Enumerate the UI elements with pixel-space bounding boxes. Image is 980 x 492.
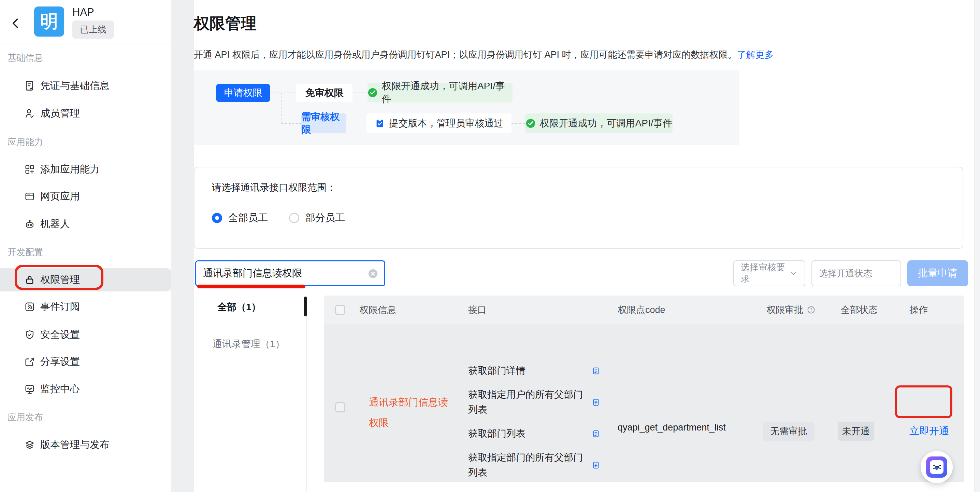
page-scrollbar[interactable] (974, 0, 980, 492)
flow-free-permission: 免审权限 (296, 84, 353, 102)
check-circle-icon (368, 88, 378, 98)
app-name: HAP (72, 6, 94, 18)
batch-apply-button[interactable]: 批量申请 (907, 260, 968, 286)
flow-connector (512, 123, 525, 124)
info-icon[interactable] (807, 305, 816, 314)
sidebar-item-web-app[interactable]: 网页应用 (0, 185, 171, 208)
page-gutter (171, 0, 194, 492)
clear-icon[interactable] (368, 268, 378, 279)
open-status-select[interactable]: 选择开通状态 (811, 260, 901, 286)
column-header: 权限点code (617, 296, 665, 324)
column-header: 全部状态 (841, 296, 878, 324)
assistant-icon: >< (926, 457, 947, 478)
api-name: 获取部门详情 (468, 363, 588, 378)
scope-options: 全部员工 部分员工 (212, 211, 366, 225)
robot-icon (24, 218, 35, 230)
flow-connector (270, 93, 296, 93)
sidebar-item-security[interactable]: 安全设置 (0, 323, 171, 347)
api-item: 获取指定部门的所有父部门列表 (468, 450, 615, 480)
api-name: 获取部门列表 (468, 426, 588, 441)
permission-search-input[interactable] (203, 261, 353, 285)
lock-icon (24, 274, 35, 286)
api-item: 获取部门详情 (468, 363, 615, 378)
review-requirement-select[interactable]: 选择审核要求 (733, 260, 805, 286)
category-contacts[interactable]: 通讯录管理（1） (213, 337, 285, 351)
monitor-icon (24, 383, 35, 395)
select-all-checkbox[interactable] (335, 305, 345, 315)
column-header-label: 权限审批 (767, 304, 803, 316)
app-logo-char: 明 (40, 10, 58, 34)
approval-badge: 无需审批 (763, 422, 815, 441)
description-text: 开通 API 权限后，应用才能以应用身份或用户身份调用钉钉API；以应用身份调用… (194, 50, 737, 60)
rss-icon (24, 301, 35, 313)
credential-icon (24, 80, 35, 91)
app-logo: 明 (34, 6, 64, 37)
chevron-down-icon (789, 269, 798, 278)
learn-more-link[interactable]: 了解更多 (737, 50, 774, 60)
assistant-glyph: >< (930, 460, 943, 474)
open-now-link[interactable]: 立即开通 (909, 424, 949, 438)
row-checkbox[interactable] (335, 402, 345, 412)
category-scrollbar-thumb[interactable] (304, 297, 307, 316)
sidebar-item-label: 成员管理 (40, 107, 80, 120)
layers-icon (24, 439, 35, 450)
api-doc-icon[interactable] (592, 398, 600, 407)
sidebar-item-label: 事件订阅 (40, 300, 80, 314)
check-circle-icon (525, 118, 536, 128)
select-placeholder: 选择开通状态 (819, 268, 872, 280)
flow-free-result: 权限开通成功，可调用API/事件 (368, 83, 512, 102)
back-icon[interactable] (8, 16, 23, 31)
sidebar-item-label: 监控中心 (40, 382, 80, 396)
sidebar-item-share-settings[interactable]: 分享设置 (0, 350, 171, 374)
api-doc-icon[interactable] (592, 461, 600, 470)
sidebar-item-label: 权限管理 (40, 273, 80, 287)
contact-scope-card: 请选择通讯录接口权限范围： 全部员工 部分员工 (194, 167, 963, 249)
sidebar-item-robot[interactable]: 机器人 (0, 212, 171, 236)
sidebar-item-monitor[interactable]: 监控中心 (0, 377, 171, 401)
apply-permission-button[interactable]: 申请权限 (216, 84, 270, 102)
api-doc-icon[interactable] (592, 367, 600, 375)
permission-search-box (195, 260, 385, 286)
sidebar-item-label: 安全设置 (40, 328, 80, 342)
sidebar-item-label: 版本管理与发布 (40, 438, 110, 452)
sidebar-header: 明 HAP 已上线 (0, 0, 171, 43)
sidebar-item-members[interactable]: 成员管理 (0, 102, 171, 125)
sidebar-item-label: 凭证与基础信息 (40, 79, 110, 93)
share-icon (24, 356, 35, 367)
api-list: 获取部门详情 获取指定用户的所有父部门列表 获取部门列表 (468, 363, 615, 492)
sidebar-item-credentials[interactable]: 凭证与基础信息 (0, 74, 171, 97)
assistant-floating-button[interactable]: >< (921, 451, 953, 483)
flow-step-text: 提交版本，管理员审核通过 (389, 117, 504, 130)
page-description: 开通 API 权限后，应用才能以应用身份或用户身份调用钉钉API；以应用身份调用… (194, 48, 774, 61)
assistant-dot (935, 466, 939, 470)
sidebar-item-add-capability[interactable]: 添加应用能力 (0, 158, 171, 181)
category-all[interactable]: 全部（1） (217, 301, 261, 314)
radio-partial-staff[interactable] (289, 213, 299, 223)
sidebar-item-label: 机器人 (40, 217, 70, 231)
category-divider (306, 296, 307, 492)
status-badge: 未开通 (838, 422, 874, 441)
permission-table: 权限信息 接口 权限点code 权限审批 全部状态 操作 通讯录部门信息读权限 … (324, 296, 964, 482)
grid-plus-icon (24, 164, 35, 175)
sidebar-item-event-subscription[interactable]: 事件订阅 (0, 295, 171, 318)
radio-label[interactable]: 部分员工 (305, 211, 345, 225)
flow-review-permission: 需审核权限 (301, 113, 346, 133)
radio-all-staff[interactable] (212, 213, 222, 223)
radio-label[interactable]: 全部员工 (228, 211, 268, 225)
flow-result-text: 权限开通成功，可调用API/事件 (382, 80, 512, 105)
table-row: 通讯录部门信息读权限 获取部门详情 获取指定用户的所有父部门列表 获取部门列表 (324, 324, 964, 482)
page-title: 权限管理 (194, 13, 256, 34)
sidebar-item-version-release[interactable]: 版本管理与发布 (0, 433, 171, 457)
sidebar-item-label: 分享设置 (40, 355, 80, 369)
table-header-row: 权限信息 接口 权限点code 权限审批 全部状态 操作 (324, 296, 964, 324)
sidebar-item-permissions[interactable]: 权限管理 (0, 268, 171, 291)
flow-result-text: 权限开通成功，可调用API/事件 (540, 117, 673, 130)
sidebar-item-label: 添加应用能力 (40, 163, 100, 176)
api-item: 获取部门列表 (468, 426, 615, 441)
shield-check-icon (24, 329, 35, 341)
column-header: 权限审批 (767, 296, 816, 324)
column-header: 权限信息 (359, 296, 396, 324)
select-placeholder: 选择审核要求 (741, 261, 789, 285)
browser-icon (24, 191, 35, 202)
api-doc-icon[interactable] (592, 430, 600, 438)
